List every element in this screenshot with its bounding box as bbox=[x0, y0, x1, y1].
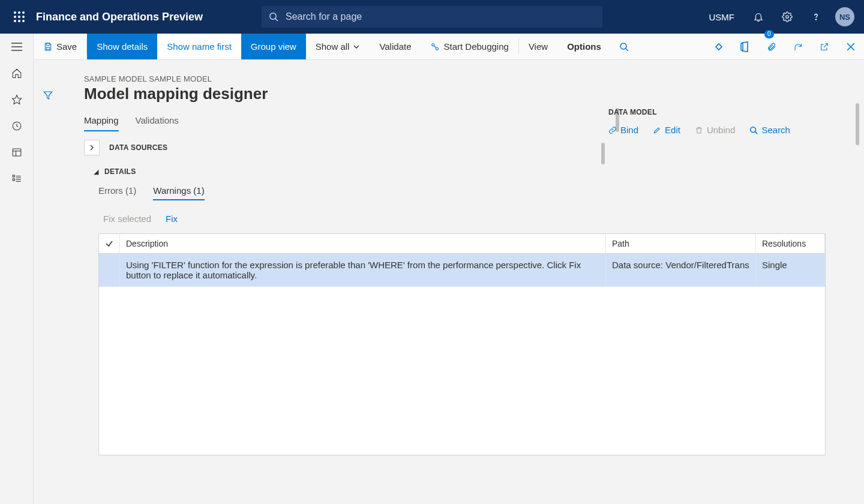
svg-line-10 bbox=[275, 19, 278, 21]
tab-errors[interactable]: Errors (1) bbox=[98, 185, 136, 200]
search-wrap bbox=[262, 6, 602, 28]
options-button[interactable]: Options bbox=[557, 34, 611, 59]
svg-rect-21 bbox=[13, 175, 14, 177]
svg-point-11 bbox=[786, 16, 789, 19]
office-button[interactable] bbox=[732, 34, 758, 60]
paperclip-icon bbox=[767, 42, 776, 52]
svg-line-32 bbox=[626, 49, 628, 51]
save-label: Save bbox=[56, 41, 77, 52]
scrollbar[interactable] bbox=[856, 103, 859, 145]
row-select-cell[interactable] bbox=[99, 254, 120, 287]
peek-button[interactable] bbox=[706, 34, 732, 60]
details-header[interactable]: ◢ DETAILS bbox=[34, 160, 864, 181]
nav-home[interactable] bbox=[0, 60, 34, 86]
svg-point-1 bbox=[18, 11, 20, 14]
show-all-button[interactable]: Show all bbox=[306, 34, 370, 59]
star-icon bbox=[11, 94, 22, 105]
popout-button[interactable] bbox=[811, 34, 838, 60]
save-button[interactable]: Save bbox=[34, 34, 86, 59]
data-sources-expand-button[interactable] bbox=[84, 140, 100, 155]
svg-point-8 bbox=[22, 20, 25, 22]
show-details-button[interactable]: Show details bbox=[87, 34, 157, 59]
svg-marker-16 bbox=[12, 95, 21, 104]
select-all-header[interactable] bbox=[99, 234, 120, 254]
diamond-icon bbox=[714, 42, 724, 52]
svg-point-0 bbox=[14, 11, 16, 14]
table-header-row: Description Path Resolutions bbox=[99, 234, 825, 254]
svg-rect-28 bbox=[46, 47, 49, 49]
search-input[interactable] bbox=[262, 6, 602, 28]
refresh-button[interactable] bbox=[785, 34, 811, 60]
svg-point-3 bbox=[14, 16, 16, 18]
group-view-label: Group view bbox=[251, 41, 296, 52]
col-resolutions[interactable]: Resolutions bbox=[756, 234, 825, 254]
fix-button[interactable]: Fix bbox=[166, 214, 178, 224]
table-row[interactable]: Using 'FILTER' function for the expressi… bbox=[99, 254, 825, 287]
close-button[interactable] bbox=[838, 34, 864, 60]
svg-rect-18 bbox=[13, 149, 21, 156]
tab-mapping[interactable]: Mapping bbox=[84, 115, 119, 131]
view-button[interactable]: View bbox=[519, 34, 557, 59]
left-rail bbox=[0, 34, 34, 504]
save-icon bbox=[43, 42, 53, 52]
user-avatar[interactable]: NS bbox=[835, 7, 854, 26]
modules-icon bbox=[11, 173, 22, 184]
fix-bar: Fix selected Fix bbox=[34, 200, 864, 231]
help-button[interactable] bbox=[802, 0, 830, 34]
filter-column bbox=[34, 82, 62, 101]
settings-button[interactable] bbox=[773, 0, 802, 34]
office-icon bbox=[740, 41, 750, 52]
tab-validations[interactable]: Validations bbox=[136, 115, 179, 131]
search-button[interactable]: Search bbox=[749, 125, 790, 135]
nav-workspaces[interactable] bbox=[0, 139, 34, 166]
group-view-button[interactable]: Group view bbox=[241, 34, 306, 59]
nav-favorites[interactable] bbox=[0, 86, 34, 113]
details-label: DETAILS bbox=[104, 167, 136, 176]
edit-icon bbox=[653, 126, 661, 134]
data-model-actions: Bind Edit Unbind Search bbox=[608, 125, 848, 135]
svg-marker-41 bbox=[44, 92, 52, 99]
tab-warnings[interactable]: Warnings (1) bbox=[153, 185, 204, 200]
waffle-icon bbox=[14, 11, 25, 22]
start-debugging-label: Start Debugging bbox=[443, 41, 508, 52]
page-header: SAMPLE MODEL SAMPLE MODEL Model mapping … bbox=[34, 60, 864, 103]
col-description[interactable]: Description bbox=[120, 234, 606, 254]
notifications-button[interactable] bbox=[744, 0, 773, 34]
refresh-icon bbox=[793, 42, 803, 52]
start-debugging-button[interactable]: Start Debugging bbox=[421, 34, 518, 59]
attachments-button[interactable]: 0 bbox=[758, 34, 785, 60]
svg-marker-33 bbox=[716, 44, 722, 50]
command-bar: Save Show details Show name first Group … bbox=[34, 34, 864, 60]
close-icon bbox=[847, 43, 855, 51]
trash-icon bbox=[695, 126, 703, 134]
search-icon bbox=[269, 12, 278, 22]
chevron-right-icon bbox=[89, 145, 94, 151]
gear-icon bbox=[782, 11, 793, 22]
nav-expand-button[interactable] bbox=[0, 34, 34, 60]
nav-modules[interactable] bbox=[0, 166, 34, 192]
find-button[interactable] bbox=[611, 34, 637, 60]
splitter-handle[interactable] bbox=[601, 143, 605, 164]
breadcrumb: SAMPLE MODEL SAMPLE MODEL bbox=[84, 74, 850, 83]
validate-button[interactable]: Validate bbox=[370, 34, 421, 59]
help-icon bbox=[811, 11, 821, 22]
fix-selected-button: Fix selected bbox=[103, 214, 151, 224]
cell-description: Using 'FILTER' function for the expressi… bbox=[120, 254, 606, 287]
svg-point-6 bbox=[14, 20, 16, 22]
data-model-panel: DATA MODEL Bind Edit Unbind Search bbox=[608, 108, 848, 135]
collapse-caret-icon: ◢ bbox=[94, 168, 98, 176]
search-icon bbox=[749, 126, 758, 134]
nav-recent[interactable] bbox=[0, 113, 34, 139]
bind-button[interactable]: Bind bbox=[608, 125, 638, 135]
company-label[interactable]: USMF bbox=[700, 12, 745, 22]
show-name-first-button[interactable]: Show name first bbox=[157, 34, 241, 59]
workspace-icon bbox=[11, 147, 22, 158]
filter-button[interactable] bbox=[43, 90, 53, 101]
validate-label: Validate bbox=[379, 41, 411, 52]
col-path[interactable]: Path bbox=[606, 234, 756, 254]
data-sources-label: DATA SOURCES bbox=[109, 143, 167, 152]
unbind-button: Unbind bbox=[695, 125, 736, 135]
app-launcher-button[interactable] bbox=[5, 0, 34, 34]
command-bar-right: 0 bbox=[706, 34, 864, 59]
edit-button[interactable]: Edit bbox=[653, 125, 680, 135]
